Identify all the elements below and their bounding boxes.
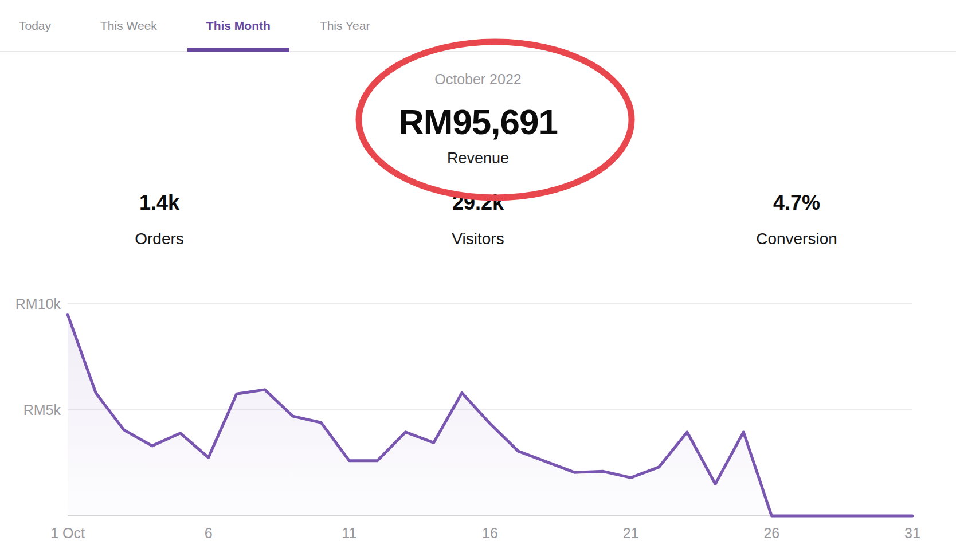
stat-conversion: 4.7% Conversion xyxy=(637,191,956,248)
tab-today-label: Today xyxy=(19,19,51,33)
revenue-caption: Revenue xyxy=(0,149,956,167)
revenue-total: RM95,691 xyxy=(0,103,956,141)
visitors-value: 29.2k xyxy=(319,191,637,214)
stats-row: 1.4k Orders 29.2k Visitors 4.7% Conversi… xyxy=(0,191,956,248)
tab-this-week[interactable]: This Week xyxy=(81,0,176,51)
revenue-summary: October 2022 RM95,691 Revenue xyxy=(0,69,956,167)
x-tick-label: 11 xyxy=(342,525,356,541)
tab-this-month-label: This Month xyxy=(206,19,271,33)
tab-today[interactable]: Today xyxy=(0,0,70,51)
tab-this-week-label: This Week xyxy=(100,19,157,33)
orders-label: Orders xyxy=(0,230,319,248)
tab-this-year-label: This Year xyxy=(320,19,370,33)
visitors-label: Visitors xyxy=(319,230,637,248)
x-tick-label: 16 xyxy=(482,525,498,541)
revenue-chart[interactable]: RM10kRM5k1 Oct61116212631 xyxy=(0,269,956,560)
conversion-label: Conversion xyxy=(637,230,956,248)
x-tick-label: 6 xyxy=(205,525,213,541)
stat-visitors: 29.2k Visitors xyxy=(319,191,637,248)
revenue-dashboard: Today This Week This Month This Year Oct… xyxy=(0,0,956,560)
orders-value: 1.4k xyxy=(0,191,319,214)
period-label: October 2022 xyxy=(0,69,956,89)
stat-orders: 1.4k Orders xyxy=(0,191,319,248)
chart-series xyxy=(68,315,912,516)
period-tabbar: Today This Week This Month This Year xyxy=(0,0,956,52)
x-tick-label: 21 xyxy=(623,525,639,541)
y-tick-label: RM10k xyxy=(15,296,61,312)
x-tick-label: 26 xyxy=(763,525,779,541)
conversion-value: 4.7% xyxy=(637,191,956,214)
y-tick-label: RM5k xyxy=(23,402,61,418)
revenue-area xyxy=(68,315,912,516)
tab-this-year[interactable]: This Year xyxy=(301,0,389,51)
tab-this-month[interactable]: This Month xyxy=(187,0,289,51)
x-tick-label: 1 Oct xyxy=(50,525,85,541)
x-tick-label: 31 xyxy=(904,525,920,541)
